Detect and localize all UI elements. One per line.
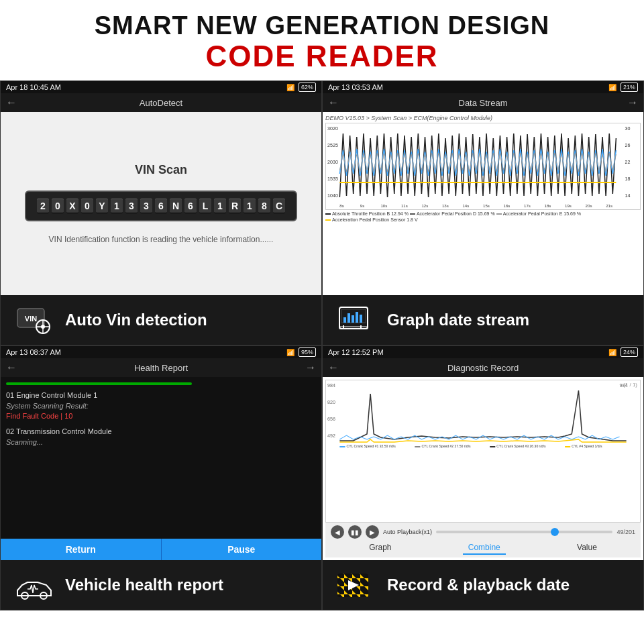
svg-text:10s: 10s <box>380 204 387 208</box>
record-feature-text: Record & playback date <box>387 576 570 594</box>
vin-char: X <box>66 199 78 213</box>
vin-char: N <box>170 199 182 213</box>
record-feature-banner: Record & playback date <box>323 560 643 610</box>
legend-item-1: Absolute Throttle Position B 12.94 % <box>332 211 409 216</box>
wifi-icon-health: 📶 <box>286 349 294 356</box>
tab-value[interactable]: Value <box>572 541 602 555</box>
data-stream-chart: 3020 2525 2030 1535 1040 30 26 22 18 14 <box>325 123 641 210</box>
svg-text:820: 820 <box>327 400 335 405</box>
status-bar-health: Apr 13 08:37 AM 📶 95% <box>1 346 321 358</box>
svg-text:9s: 9s <box>360 204 364 208</box>
svg-text:CYL #4 Speed 1/d/s: CYL #4 Speed 1/d/s <box>572 444 602 448</box>
svg-text:11s: 11s <box>401 204 408 208</box>
datetime-diag: Apr 12 12:52 PM <box>328 348 384 356</box>
ds-breadcrumb: DEMO V15.03 > System Scan > ECM(Engine C… <box>325 115 641 121</box>
wifi-icon-diag: 📶 <box>608 349 616 356</box>
app-bar-ds: ← Data Stream → <box>323 93 643 112</box>
app-title-health: Health Report <box>134 363 188 373</box>
svg-rect-35 <box>356 312 358 323</box>
prev-button[interactable]: ◀ <box>331 525 344 539</box>
vin-char: 3 <box>140 199 152 213</box>
vin-char: 1 <box>214 199 226 213</box>
data-stream-cell: Apr 13 03:53 AM 📶 21% ← Data Stream → DE… <box>322 80 644 345</box>
vin-char: 2 <box>37 199 49 213</box>
app-title-vin: AutoDetect <box>140 98 182 108</box>
tab-graph[interactable]: Graph <box>364 541 396 555</box>
battery-ds: 21% <box>621 83 638 92</box>
datetime-ds: Apr 13 03:53 AM <box>328 83 383 91</box>
diag-chart: (1 / 1) 984 820 656 492 984 <box>325 380 641 523</box>
svg-rect-49 <box>415 446 420 447</box>
legend-item-4: Acceleration Pedal Position Sensor 1.8 V <box>332 217 418 222</box>
vin-char: 8 <box>258 199 270 213</box>
pause-button[interactable]: Pause <box>161 539 322 560</box>
back-button-vin[interactable]: ← <box>6 97 17 109</box>
health-buttons: Return Pause <box>1 539 321 560</box>
back-button-health[interactable]: ← <box>6 362 17 374</box>
app-title-ds: Data Stream <box>459 98 508 108</box>
data-stream-screen-content: DEMO V15.03 > System Scan > ECM(Engine C… <box>323 112 643 295</box>
svg-text:VIN: VIN <box>24 315 36 323</box>
datetime-health: Apr 13 08:37 AM <box>6 348 61 356</box>
scan-result-1: System Scanning Result: <box>6 401 316 411</box>
play-pause-button[interactable]: ▮▮ <box>348 525 362 539</box>
battery-diag: 24% <box>621 347 638 357</box>
playback-thumb[interactable] <box>551 528 559 536</box>
svg-text:CYL Crank Speed #2 27.50 r/d/s: CYL Crank Speed #2 27.50 r/d/s <box>421 444 471 448</box>
headline-line1: SMART NEW GENERATION DESIGN <box>13 12 631 40</box>
svg-text:14s: 14s <box>462 204 469 208</box>
svg-rect-53 <box>565 446 570 447</box>
svg-text:22: 22 <box>625 160 631 164</box>
app-title-diag: Diagnostic Record <box>447 363 519 373</box>
tab-combine[interactable]: Combine <box>463 541 506 555</box>
chart-legend: Absolute Throttle Position B 12.94 % Acc… <box>325 211 641 222</box>
svg-rect-47 <box>339 446 345 447</box>
graph-icon <box>336 303 376 337</box>
vin-char: 0 <box>52 199 64 213</box>
health-item-1: 01 Engine Control Module 1 System Scanni… <box>6 390 316 421</box>
svg-rect-32 <box>343 317 346 323</box>
vin-char: R <box>229 199 241 213</box>
next-button[interactable]: ▶ <box>366 525 379 539</box>
svg-rect-34 <box>352 315 354 323</box>
health-feature-banner: Vehicle health report <box>1 560 321 610</box>
graph-feature-banner: Graph date stream <box>323 295 643 345</box>
fwd-button-ds[interactable]: → <box>627 97 638 109</box>
vin-scan-title: VIN Scan <box>135 163 187 177</box>
battery-vin: 62% <box>299 83 316 92</box>
fwd-button-health[interactable]: → <box>305 362 316 374</box>
svg-text:CYL Crank Speed #3 26.30 r/d/s: CYL Crank Speed #3 26.30 r/d/s <box>496 444 546 448</box>
vin-scan-cell: Apr 18 10:45 AM 📶 62% ← AutoDetect VIN S… <box>0 80 322 345</box>
health-icon <box>14 568 54 602</box>
vin-description: VIN Identification function is reading t… <box>49 235 274 244</box>
return-button[interactable]: Return <box>1 539 161 560</box>
svg-text:2525: 2525 <box>327 143 338 148</box>
app-bar-vin: ← AutoDetect <box>1 93 321 112</box>
vin-screen-content: VIN Scan 20X0Y1336N6L1R18C VIN Identific… <box>1 112 321 295</box>
vin-char: 1 <box>244 199 256 213</box>
vin-icon: VIN <box>14 303 54 337</box>
health-item-2: 02 Transmission Control Module Scanning.… <box>6 427 316 447</box>
battery-health: 95% <box>299 347 316 357</box>
app-bar-health: ← Health Report → <box>1 358 321 377</box>
vin-feature-banner: VIN Auto Vin detection <box>1 295 321 345</box>
svg-text:492: 492 <box>327 433 335 438</box>
svg-text:26: 26 <box>625 143 631 148</box>
svg-rect-33 <box>347 313 350 323</box>
playback-progress-bar[interactable] <box>436 531 612 533</box>
vin-char: 6 <box>184 199 197 213</box>
module-num-2: 02 Transmission Control Module <box>6 427 112 435</box>
svg-text:19s: 19s <box>565 204 572 208</box>
svg-text:30: 30 <box>625 126 631 131</box>
page-indicator: (1 / 1) <box>623 382 637 388</box>
svg-text:16s: 16s <box>504 204 511 208</box>
vin-char: C <box>273 199 285 213</box>
health-screen-content: 01 Engine Control Module 1 System Scanni… <box>1 377 321 560</box>
back-button-diag[interactable]: ← <box>328 362 339 374</box>
record-icon <box>336 568 376 602</box>
diagnostic-record-cell: Apr 12 12:52 PM 📶 24% ← Diagnostic Recor… <box>322 345 644 610</box>
playback-count: 49/201 <box>616 529 635 535</box>
vin-char: 6 <box>155 199 167 213</box>
graph-feature-text: Graph date stream <box>387 311 529 329</box>
back-button-ds[interactable]: ← <box>328 97 339 109</box>
